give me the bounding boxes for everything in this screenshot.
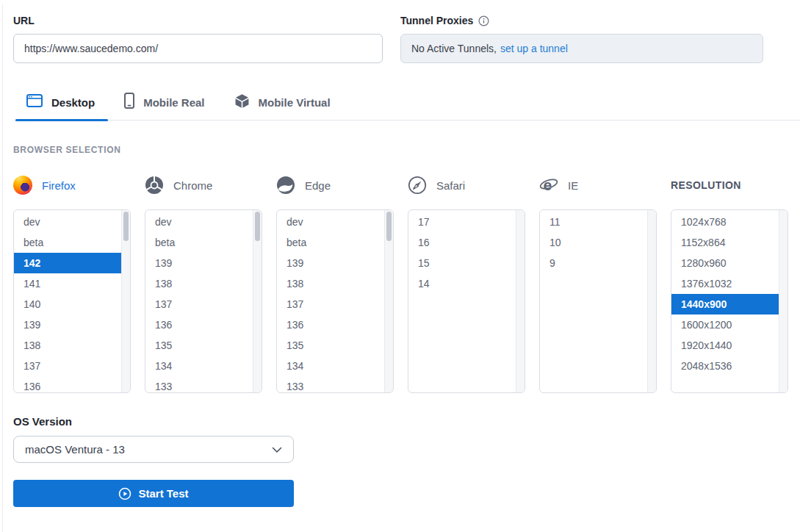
- firefox-version-list: devbeta142141140139138137136: [13, 209, 131, 393]
- scrollbar-thumb[interactable]: [123, 212, 129, 241]
- url-input[interactable]: https://www.saucedemo.com/: [13, 34, 383, 63]
- list-item[interactable]: 140: [14, 294, 121, 314]
- scrollbar-track: [516, 210, 525, 392]
- scrollbar-track: [253, 210, 262, 392]
- os-version-label: OS Version: [13, 415, 800, 428]
- browser-name: IE: [568, 179, 578, 192]
- tab-mobile-real[interactable]: Mobile Real: [124, 93, 204, 112]
- browser-columns: Firefox devbeta142141140139138137136: [13, 175, 800, 393]
- list-item[interactable]: dev: [145, 212, 253, 232]
- play-circle-icon: [118, 487, 131, 500]
- list-item[interactable]: 10: [540, 232, 647, 253]
- browser-option-ie[interactable]: e IE: [539, 175, 657, 195]
- list-item[interactable]: 141: [14, 273, 121, 294]
- chrome-column: Chrome devbeta139138137136135134133: [145, 175, 262, 393]
- resolution-heading: RESOLUTION: [671, 175, 788, 195]
- tab-mobile-virtual-label: Mobile Virtual: [259, 96, 331, 109]
- list-item[interactable]: 1280x960: [671, 253, 779, 273]
- list-item[interactable]: 135: [277, 335, 384, 356]
- list-item[interactable]: beta: [145, 232, 253, 253]
- list-item[interactable]: 137: [145, 294, 253, 314]
- cross-browser-test-config-page: URL https://www.saucedemo.com/ Tunnel Pr…: [0, 0, 800, 507]
- desktop-browser-icon: [26, 94, 43, 110]
- ie-version-list: 11109: [539, 209, 657, 393]
- browser-option-edge[interactable]: Edge: [276, 175, 394, 195]
- list-item[interactable]: 139: [277, 253, 384, 273]
- info-icon[interactable]: [478, 15, 489, 26]
- scrollbar-thumb[interactable]: [255, 212, 260, 241]
- list-item[interactable]: dev: [277, 212, 384, 232]
- url-field-group: URL https://www.saucedemo.com/: [13, 15, 383, 63]
- tab-mobile-virtual[interactable]: Mobile Virtual: [234, 93, 331, 112]
- resolution-column: RESOLUTION 1024x7681152x8641280x9601376x…: [671, 175, 788, 393]
- list-item[interactable]: 139: [145, 253, 253, 273]
- edge-icon: [276, 176, 295, 195]
- list-item[interactable]: dev: [14, 212, 121, 232]
- chrome-icon: [145, 176, 164, 195]
- list-item[interactable]: 1024x768: [671, 212, 779, 232]
- list-item[interactable]: 134: [277, 356, 384, 376]
- firefox-column: Firefox devbeta142141140139138137136: [13, 175, 131, 393]
- tunnel-proxies-label: Tunnel Proxies: [400, 15, 473, 26]
- active-tab-indicator: [15, 119, 108, 121]
- tab-mobile-real-label: Mobile Real: [143, 96, 204, 109]
- browser-option-safari[interactable]: Safari: [408, 175, 525, 195]
- setup-tunnel-link[interactable]: set up a tunnel: [500, 43, 568, 54]
- list-item[interactable]: 2048x1536: [671, 356, 779, 376]
- list-item[interactable]: 134: [145, 356, 253, 376]
- list-item[interactable]: 137: [14, 356, 121, 376]
- os-version-value: macOS Ventura - 13: [25, 443, 125, 456]
- cube-icon: [234, 93, 250, 112]
- list-item[interactable]: 135: [145, 335, 253, 356]
- list-item[interactable]: 136: [14, 376, 121, 393]
- list-item[interactable]: 136: [277, 314, 384, 335]
- start-test-label: Start Test: [138, 487, 188, 500]
- list-item[interactable]: 137: [277, 294, 384, 314]
- safari-version-list: 17161514: [408, 209, 525, 393]
- scrollbar-track: [779, 210, 788, 392]
- list-item[interactable]: 1600x1200: [671, 314, 779, 335]
- list-item[interactable]: 11: [540, 212, 647, 232]
- svg-text:e: e: [544, 176, 552, 193]
- tabs-divider: [13, 120, 800, 121]
- phone-icon: [124, 93, 134, 112]
- list-item[interactable]: 15: [408, 253, 516, 273]
- tab-desktop[interactable]: Desktop: [26, 94, 95, 110]
- list-item[interactable]: 17: [408, 212, 516, 232]
- tunnel-status-text: No Active Tunnels,: [411, 43, 497, 54]
- browser-option-firefox[interactable]: Firefox: [13, 175, 131, 195]
- list-item[interactable]: 1152x864: [671, 232, 779, 253]
- browser-option-chrome[interactable]: Chrome: [145, 175, 262, 195]
- list-item[interactable]: 142: [14, 253, 121, 273]
- list-item[interactable]: beta: [14, 232, 121, 253]
- list-item[interactable]: 139: [14, 314, 121, 335]
- start-test-button[interactable]: Start Test: [13, 480, 294, 507]
- scrollbar-thumb[interactable]: [386, 212, 392, 241]
- tab-desktop-label: Desktop: [51, 96, 95, 109]
- scrollbar-track: [647, 210, 656, 392]
- edge-version-list: devbeta139138137136135134133: [276, 209, 394, 393]
- ie-icon: e: [539, 176, 558, 195]
- list-item[interactable]: 9: [540, 253, 647, 273]
- list-item[interactable]: 138: [145, 273, 253, 294]
- scrollbar-track: [384, 210, 393, 392]
- safari-column: Safari 17161514: [408, 175, 525, 393]
- list-item[interactable]: 14: [408, 273, 516, 294]
- list-item[interactable]: 1920x1440: [671, 335, 779, 356]
- url-label: URL: [13, 15, 383, 26]
- list-item[interactable]: 138: [14, 335, 121, 356]
- browser-name: Firefox: [42, 179, 76, 192]
- list-item[interactable]: 1376x1032: [671, 273, 779, 294]
- browser-name: Chrome: [173, 179, 212, 192]
- browser-name: Safari: [436, 179, 465, 192]
- list-item[interactable]: 138: [277, 273, 384, 294]
- list-item[interactable]: 133: [145, 376, 253, 393]
- list-item[interactable]: 1440x900: [671, 294, 779, 314]
- list-item[interactable]: beta: [277, 232, 384, 253]
- os-version-select[interactable]: macOS Ventura - 13: [13, 436, 294, 463]
- list-item[interactable]: 16: [408, 232, 516, 253]
- list-item[interactable]: 133: [277, 376, 384, 393]
- edge-column: Edge devbeta139138137136135134133: [276, 175, 394, 393]
- list-item[interactable]: 136: [145, 314, 253, 335]
- panel-left-edge: [2, 4, 3, 532]
